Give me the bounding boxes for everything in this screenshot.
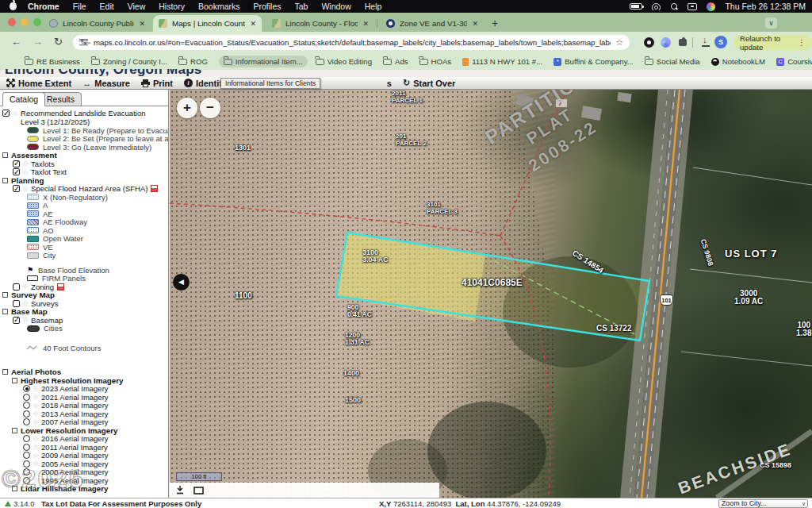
- star-icon[interactable]: ☆: [22, 160, 29, 167]
- close-tab-icon[interactable]: ✕: [139, 20, 145, 28]
- tab-lincoln-public[interactable]: Lincoln County Public Acces ✕: [44, 15, 151, 32]
- site-info-icon[interactable]: [79, 39, 88, 46]
- group-highest-res[interactable]: Highest Resolution Imagery: [0, 376, 169, 385]
- forward-button[interactable]: →: [33, 36, 43, 48]
- group-assessment[interactable]: Assessment: [0, 152, 169, 160]
- bookmark-folder-video-editing[interactable]: Video Editing: [316, 57, 372, 66]
- radio[interactable]: [23, 452, 30, 459]
- tab-catalog[interactable]: Catalog: [2, 92, 45, 106]
- star-icon[interactable]: ☆: [33, 452, 39, 460]
- collapse-box[interactable]: [2, 178, 8, 183]
- checkbox-checked[interactable]: [13, 160, 20, 167]
- group-lower-res[interactable]: Lower Resolution Imagery: [0, 426, 169, 435]
- group-base-map[interactable]: Base Map: [0, 308, 169, 317]
- layer-zoning[interactable]: ☆Zoning: [0, 283, 169, 291]
- close-tab-icon[interactable]: ✕: [362, 20, 369, 28]
- spotlight-icon[interactable]: [671, 3, 678, 10]
- star-icon[interactable]: ☆: [33, 435, 39, 443]
- apple-icon[interactable]: [10, 2, 17, 10]
- collapse-box[interactable]: [2, 292, 8, 298]
- zoom-to-city-select[interactable]: Zoom to City... ∨: [718, 499, 808, 508]
- star-icon[interactable]: ☆: [33, 418, 39, 426]
- menu-window[interactable]: Window: [321, 2, 350, 11]
- layer-surveys[interactable]: ☆Surveys: [0, 299, 169, 308]
- layer-landslide-evacuation[interactable]: ☆Recommended Landslide Evacuation Level …: [0, 110, 169, 126]
- radio-2009-aerial[interactable]: ☆2009 Aerial Imagery: [0, 452, 169, 460]
- layer-taxlot-text[interactable]: ☆Taxlot Text: [0, 168, 169, 177]
- bookmark-folder-ads[interactable]: Ads: [383, 57, 408, 66]
- radio-2016-aerial[interactable]: ☆2016 Aerial Imagery: [0, 435, 169, 444]
- star-icon[interactable]: ☆: [33, 402, 39, 410]
- star-icon[interactable]: ☆: [12, 110, 18, 117]
- checkbox-unchecked[interactable]: [13, 283, 20, 291]
- extensions-puzzle-icon[interactable]: [679, 37, 688, 47]
- zoom-in-button[interactable]: +: [177, 98, 197, 118]
- menu-view[interactable]: View: [128, 2, 146, 11]
- control-center-icon[interactable]: [688, 3, 697, 10]
- bookmark-buffini[interactable]: *Buffini & Company...: [553, 57, 634, 66]
- metadata-badge-icon[interactable]: [151, 185, 158, 192]
- radio[interactable]: [23, 394, 30, 401]
- menu-file[interactable]: File: [73, 2, 86, 11]
- star-icon[interactable]: ☆: [22, 316, 29, 324]
- layer-taxlots[interactable]: ☆Taxlots: [0, 160, 169, 168]
- bookmark-coursiv[interactable]: CCoursiv: [776, 57, 812, 66]
- collapse-box[interactable]: [12, 428, 17, 433]
- checkbox-checked[interactable]: [13, 185, 20, 192]
- print-button[interactable]: Print: [141, 79, 173, 88]
- chrome-menu-icon[interactable]: ⋮: [798, 38, 806, 47]
- star-icon[interactable]: ☆: [33, 385, 39, 393]
- reload-button[interactable]: ↻: [54, 36, 63, 48]
- radio[interactable]: [23, 410, 30, 418]
- map-viewport[interactable]: PARTITION PLAT 2008-22 US LOT 7 30001.09…: [170, 90, 812, 498]
- start-over-button[interactable]: ↻ Start Over: [403, 78, 455, 88]
- zoom-window-button[interactable]: [33, 18, 41, 26]
- collapse-sidebar-button[interactable]: ◀: [173, 274, 190, 291]
- radio-2021-aerial[interactable]: ☆2021 Aerial Imagery: [0, 393, 169, 402]
- radio[interactable]: [23, 418, 30, 425]
- star-icon[interactable]: ☆: [22, 168, 29, 176]
- new-tab-button[interactable]: +: [492, 17, 498, 29]
- measure-button[interactable]: ↔ Measure: [82, 79, 130, 88]
- close-tab-icon[interactable]: ✕: [472, 20, 478, 28]
- radio-2018-aerial[interactable]: ☆2018 Aerial Imagery: [0, 402, 169, 410]
- address-bar[interactable]: maps.co.lincoln.or.us/#on=Evacuation_Sta…: [73, 35, 630, 50]
- bookmark-star-icon[interactable]: ☆: [615, 37, 623, 48]
- radio[interactable]: [23, 435, 30, 442]
- star-icon[interactable]: ☆: [22, 299, 29, 307]
- radio-2007-aerial[interactable]: ☆2007 Aerial Imagery: [0, 418, 169, 427]
- zoom-out-button[interactable]: −: [200, 98, 220, 118]
- star-icon[interactable]: ☆: [22, 283, 29, 291]
- tab-maps-active[interactable]: Maps | Lincoln County Orego ✕: [153, 15, 262, 32]
- close-window-button[interactable]: [8, 18, 16, 26]
- group-aerial-photos[interactable]: Aerial Photos: [0, 368, 169, 377]
- menu-profiles[interactable]: Profiles: [253, 2, 281, 11]
- menu-help[interactable]: Help: [365, 2, 382, 11]
- tab-results[interactable]: Results: [40, 92, 82, 106]
- radio-2011-aerial[interactable]: ☆2011 Aerial Imagery: [0, 443, 169, 452]
- home-extent-button[interactable]: Home Extent: [6, 79, 71, 88]
- menu-bookmarks[interactable]: Bookmarks: [198, 2, 240, 11]
- bookmark-folder-informational[interactable]: Informational Item...: [219, 56, 308, 67]
- radio-selected[interactable]: [23, 385, 30, 392]
- battery-icon[interactable]: [630, 3, 642, 10]
- checkbox-checked[interactable]: [13, 168, 20, 175]
- collapse-box[interactable]: [12, 378, 17, 383]
- menubar-app-icon[interactable]: [707, 2, 715, 11]
- wifi-icon[interactable]: [652, 3, 661, 10]
- star-icon[interactable]: ☆: [33, 393, 39, 401]
- back-button[interactable]: ←: [11, 36, 21, 48]
- collapse-box[interactable]: [2, 369, 8, 375]
- bookmark-folder-social-media[interactable]: Social Media: [645, 57, 700, 66]
- extension-icon-color[interactable]: [661, 37, 671, 48]
- checkbox-unchecked[interactable]: [13, 300, 20, 307]
- bookmark-folder-rog[interactable]: ROG: [178, 57, 208, 66]
- metadata-badge-icon[interactable]: [57, 283, 64, 291]
- checkbox-checked[interactable]: [2, 110, 10, 117]
- layer-sfha[interactable]: ☆Special Flood Hazard Area (SFHA): [0, 185, 169, 194]
- downloads-icon[interactable]: [701, 37, 710, 47]
- star-icon[interactable]: ☆: [22, 185, 29, 193]
- relaunch-to-update-button[interactable]: Relaunch to update ⋮: [733, 35, 812, 50]
- menu-history[interactable]: History: [159, 2, 185, 11]
- radio[interactable]: [23, 444, 30, 451]
